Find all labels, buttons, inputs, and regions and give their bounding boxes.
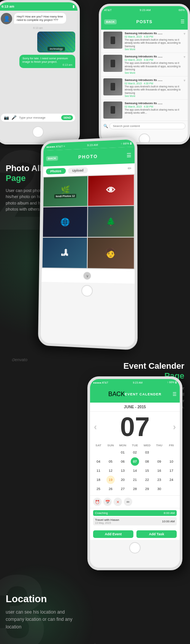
img-label-text: technology: [48, 47, 65, 51]
cal-cell-23[interactable]: 23: [155, 476, 163, 484]
photo-nav-down[interactable]: ∨: [83, 272, 91, 280]
cal-cell-12[interactable]: 12: [106, 466, 115, 475]
cal-cell-20[interactable]: 20: [119, 476, 127, 484]
post-see-more-2[interactable]: See More: [125, 71, 181, 74]
cal-cell-17[interactable]: 17: [167, 466, 176, 475]
chat-status-bar: 6:13 am ▮: [0, 2, 78, 11]
posts-search-bar[interactable]: 🔍: [101, 121, 188, 131]
photo-battery: ↑ 66% ▮: [120, 141, 131, 145]
cal-wed: WED: [141, 444, 153, 447]
cal-cell-05[interactable]: 05: [106, 457, 115, 466]
cal-cell-06[interactable]: 06: [119, 457, 127, 466]
event-day-display: ‹ 07 ›: [90, 412, 180, 442]
post-content-4: Samsung introduces its ...... 02 March, …: [125, 102, 185, 119]
photo-icon-5: 🏞: [61, 248, 68, 257]
cal-cell-16[interactable]: 16: [155, 466, 163, 475]
event-date-2: 13 May, 2015: [95, 522, 119, 524]
cal-cell-29[interactable]: 29: [143, 485, 151, 493]
chat-input-bar[interactable]: 📷 🎤 SEND: [1, 114, 75, 122]
post-title-3: Samsung introduces its ......: [125, 78, 181, 82]
event-status-bar: ●●●●● AT&T 9:23 AM ↑ 66% ▮: [90, 379, 180, 386]
event-month: JUNE - 2015: [90, 403, 180, 412]
cal-week-2: 04 05 06 07 08 09 10: [92, 457, 177, 466]
cal-cell-04[interactable]: 04: [94, 457, 103, 466]
cal-cell-10[interactable]: 10: [167, 457, 176, 466]
cal-cell-08[interactable]: 08: [143, 457, 151, 466]
posts-carrier: AT&T: [104, 8, 112, 12]
chat-image-box: technology: [37, 32, 75, 52]
cal-cell-30[interactable]: 30: [155, 485, 163, 493]
photo-phone-home-button[interactable]: [81, 285, 93, 297]
cal-week-5: 25 26 27 28 29 30: [92, 485, 177, 493]
cal-thu: THU: [153, 444, 165, 447]
photo-icon-6: 🧑: [105, 247, 117, 259]
cal-cell-22[interactable]: 22: [143, 476, 151, 484]
photo-menu-icon[interactable]: ☰: [127, 152, 131, 158]
post-meta-1: 02 March, 2015 4:30 PM: [125, 35, 181, 38]
post-thumb-inner-4: [103, 102, 122, 119]
event-icon-row: ⏰ 📅 ✕ ✏: [90, 495, 180, 508]
cal-cell-09[interactable]: 09: [155, 457, 163, 466]
cal-cell-25[interactable]: 25: [94, 485, 103, 493]
event-back-button[interactable]: BACK: [108, 391, 125, 398]
cal-cell-27[interactable]: 27: [119, 485, 127, 493]
chat-msg-sent: Sorry for late. I need some premium imag…: [19, 55, 75, 68]
photo-placeholder-6: 🧑: [87, 238, 134, 269]
cal-cell-13[interactable]: 13: [119, 466, 127, 475]
cal-cell-01[interactable]: 01: [119, 448, 127, 457]
event-phone-home-button[interactable]: [129, 542, 141, 554]
search-icon: 🔍: [103, 124, 108, 128]
cal-cell-07-today[interactable]: 07: [131, 457, 139, 466]
posts-search-input[interactable]: [109, 123, 185, 129]
event-time-2: 10:00 AM: [162, 520, 175, 523]
cal-cell-24[interactable]: 24: [167, 476, 176, 484]
post-meta-4: 02 March, 2015 4:30 PM: [125, 105, 185, 108]
posts-phone-home-button[interactable]: [139, 133, 150, 144]
photo-grid-item-6: 🧑: [87, 238, 134, 269]
cal-cell-03[interactable]: 03: [143, 448, 151, 457]
cal-cell-empty2: [106, 448, 115, 457]
cal-mon: MON: [117, 444, 129, 447]
cal-cell-02[interactable]: 02: [131, 448, 139, 457]
posts-title: POSTS: [136, 19, 152, 24]
cal-cell-18[interactable]: 18: [94, 476, 103, 484]
event-carrier: ●●●●● AT&T: [93, 381, 108, 384]
photo-placeholder-3: 🌐: [43, 207, 87, 237]
cal-prev-arrow[interactable]: ‹: [94, 422, 97, 431]
cal-cell-21[interactable]: 21: [131, 476, 139, 484]
tab-upload[interactable]: Upload: [68, 167, 88, 174]
cal-cell-14[interactable]: 14: [131, 466, 139, 475]
post-see-more-1[interactable]: See More: [125, 48, 181, 51]
edit-icon[interactable]: ✏: [128, 166, 131, 172]
thumb-phone-rect-4: [111, 106, 115, 114]
cal-next-arrow[interactable]: ›: [173, 422, 176, 431]
post-thumb-1: [103, 32, 122, 49]
event-menu-icon[interactable]: ☰: [173, 392, 177, 397]
add-event-button[interactable]: Add Event: [93, 530, 133, 538]
add-task-button[interactable]: Add Task: [136, 530, 177, 538]
chat-msg-text1: Hey!!! How are you? How many time need t…: [17, 15, 63, 22]
event-phone-frame: ●●●●● AT&T 9:23 AM ↑ 66% ▮ BACK EVENT CA…: [87, 376, 182, 570]
event-label-2-wrapper: Travel with Hasan 13 May, 2015: [95, 518, 119, 524]
envato-watermark-2: ⊙envato: [11, 357, 27, 362]
photo-time: 9:23 AM: [87, 143, 98, 147]
chat-input[interactable]: [19, 116, 59, 119]
photo-back-button[interactable]: BACK: [46, 155, 58, 161]
thumb-phone-rect-2: [111, 60, 115, 67]
menu-icon[interactable]: ☰: [180, 19, 185, 24]
cal-cell-26[interactable]: 26: [106, 485, 115, 493]
cal-cell-19-highlighted[interactable]: 19: [106, 476, 115, 484]
cal-cell-11[interactable]: 11: [94, 466, 103, 475]
tab-photos[interactable]: Photos: [46, 168, 66, 174]
posts-back-button[interactable]: BACK: [104, 19, 117, 24]
avatar: 👤: [1, 13, 12, 24]
post-meta-3: 02 March, 2015 4:30 PM: [125, 82, 181, 85]
post-thumb-3: [103, 78, 122, 95]
cal-cell-28[interactable]: 28: [131, 485, 139, 493]
photo-grid: 🌿 fendi Photos 12 👁 🌐: [42, 174, 135, 269]
event-header-title: EVENT CALENDER: [125, 392, 162, 396]
send-button[interactable]: SEND: [61, 115, 73, 120]
post-title-2: Samsung introduces its ......: [125, 55, 181, 58]
cal-cell-15[interactable]: 15: [143, 466, 151, 475]
post-see-more-3[interactable]: See More: [125, 95, 181, 97]
